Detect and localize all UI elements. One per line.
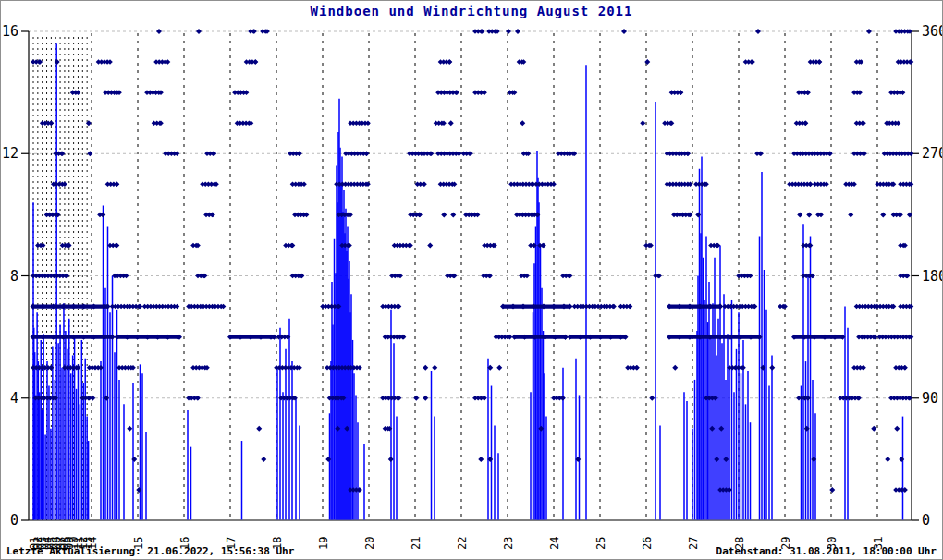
- x-tick-label: 27: [687, 537, 700, 550]
- data-state-text: Datenstand: 31.08.2011, 18:00:00 Uhr: [716, 545, 937, 557]
- y-left-tick-label: 0: [10, 512, 18, 529]
- right-axis-labels: 090180270360: [922, 23, 943, 529]
- x-tick-label: 23: [502, 537, 515, 550]
- y-left-tick-label: 12: [2, 145, 18, 162]
- x-tick-label: 19: [317, 537, 330, 550]
- y-right-tick-label: 90: [922, 390, 938, 407]
- chart-frame: 0481216090180270360010203040506070809101…: [0, 0, 943, 560]
- direction-scatter-series: [31, 29, 914, 493]
- y-right-tick-label: 360: [922, 23, 943, 40]
- x-tick-label: 21: [410, 537, 423, 550]
- last-update-text: Letzte Aktualisierung: 21.06.2022, 15:56…: [6, 545, 294, 557]
- x-tick-label: 24: [548, 537, 561, 550]
- wind-chart-canvas: 0481216090180270360010203040506070809101…: [1, 1, 943, 560]
- y-right-tick-label: 270: [922, 145, 943, 162]
- gust-bars-series: [33, 43, 903, 519]
- x-tick-label: 22: [456, 537, 469, 550]
- y-left-tick-label: 8: [10, 268, 18, 285]
- y-left-tick-label: 4: [10, 390, 18, 407]
- y-right-tick-label: 0: [922, 512, 930, 529]
- chart-title: Windboen und Windrichtung August 2011: [1, 4, 942, 18]
- x-tick-label: 26: [641, 537, 654, 550]
- left-axis-labels: 0481216: [2, 23, 18, 529]
- y-left-tick-label: 16: [2, 23, 18, 40]
- x-tick-label: 20: [363, 537, 376, 550]
- y-right-tick-label: 180: [922, 268, 943, 285]
- x-tick-label: 25: [594, 537, 607, 550]
